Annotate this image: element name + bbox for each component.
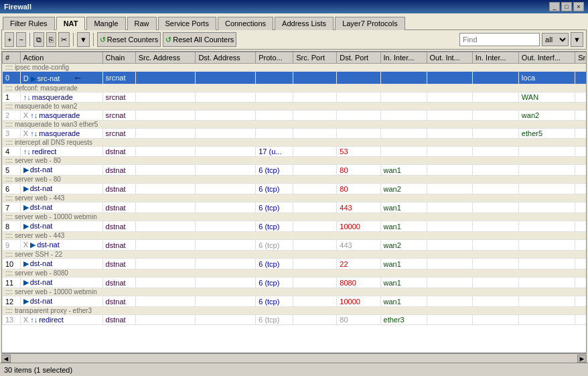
cut-button[interactable]: ✂ (58, 32, 70, 47)
reset-counters-button[interactable]: ↺ Reset Counters (97, 32, 161, 47)
add-button[interactable]: + (5, 32, 14, 47)
cell-chain: dstnat (102, 259, 135, 269)
cell-dst-port: 8080 (337, 277, 380, 288)
scroll-right-button[interactable]: ► (577, 355, 587, 363)
cell-chain: srcnat (102, 111, 135, 121)
table-row[interactable]: 3X ↑↓masqueradesrcnatether5 (3, 129, 587, 139)
col-dst-port[interactable]: Dst. Port (337, 52, 380, 64)
col-src-address[interactable]: Src. Address (135, 52, 196, 64)
minimize-button[interactable]: _ (549, 2, 560, 11)
table-row[interactable]: 9X ▶dst-natdstnat6 (tcp)443wan2 (3, 240, 587, 251)
col-out-int[interactable]: Out. Int... (427, 52, 472, 64)
cell-proto: 6 (tcp) (256, 296, 293, 307)
comment-row: :::: server web - 80 (3, 157, 587, 165)
paste-button[interactable]: ⎘ (46, 32, 56, 47)
cell-extra (575, 240, 587, 251)
cell-extra (575, 92, 587, 103)
cell-src-address (135, 202, 196, 213)
cell-action: D ▶src-nat← (20, 72, 102, 84)
tab-layer7[interactable]: Layer7 Protocols (335, 17, 405, 30)
tab-connections[interactable]: Connections (218, 17, 273, 30)
cell-in-inter (380, 92, 427, 103)
cell-in-inter2 (472, 111, 518, 121)
comment-row: :::: server web - 10000 webmin (3, 288, 587, 296)
table-container[interactable]: # Action Chain Src. Address Dst. Address… (1, 51, 587, 353)
cell-in-inter2 (472, 147, 518, 157)
table-row[interactable]: 4↑↓redirectdstnat17 (u...53 (3, 147, 587, 157)
tab-service-ports[interactable]: Service Ports (158, 17, 216, 30)
cell-out-interf (518, 165, 575, 176)
cell-src-address (135, 259, 196, 269)
col-in-inter2[interactable]: In. Inter... (472, 52, 518, 64)
cell-action: ▶dst-nat (20, 165, 102, 176)
col-dst-address[interactable]: Dst. Address (196, 52, 256, 64)
cell-out-interf (518, 277, 575, 288)
table-row[interactable]: 7▶dst-natdstnat6 (tcp)443wan1 (3, 202, 587, 213)
cell-src-address (135, 240, 196, 251)
cell-src-port (293, 92, 337, 103)
table-row[interactable]: 0D ▶src-nat←srcnatloca (3, 72, 587, 84)
tab-filter-rules[interactable]: Filter Rules (3, 17, 55, 30)
cell-src-port (293, 221, 337, 232)
reset-all-counters-button[interactable]: ↺ Reset All Counters (163, 32, 236, 47)
cell-src-port (293, 296, 337, 307)
tab-address-lists[interactable]: Address Lists (275, 17, 334, 30)
cell-src-port (293, 277, 337, 288)
col-chain[interactable]: Chain (102, 52, 135, 64)
nat-table: # Action Chain Src. Address Dst. Address… (2, 52, 587, 325)
close-button[interactable]: × (573, 2, 584, 11)
horizontal-scrollbar[interactable] (11, 355, 577, 363)
col-in-inter[interactable]: In. Inter... (380, 52, 427, 64)
cell-proto (256, 111, 293, 121)
col-action[interactable]: Action (20, 52, 102, 64)
copy-button[interactable]: ⧉ (33, 32, 44, 47)
table-row[interactable]: 13X ↑↓redirectdstnat6 (tcp)80ether3 (3, 315, 587, 325)
tab-raw[interactable]: Raw (127, 17, 157, 30)
table-row[interactable]: 8▶dst-natdstnat6 (tcp)10000wan1 (3, 221, 587, 232)
cell-in-inter2 (472, 202, 518, 213)
cell-in-inter (380, 129, 427, 139)
tab-nat[interactable]: NAT (56, 17, 86, 30)
cell-num: 6 (3, 184, 21, 194)
cell-out-interf: WAN (518, 92, 575, 103)
search-type-dropdown[interactable]: all (542, 33, 569, 46)
cell-out-interf (518, 315, 575, 325)
table-row[interactable]: 5▶dst-natdstnat6 (tcp)80wan1 (3, 165, 587, 176)
scroll-left-button[interactable]: ◄ (1, 355, 11, 363)
cell-chain: dstnat (102, 147, 135, 157)
cell-src-address (135, 296, 196, 307)
cell-extra (575, 221, 587, 232)
maximize-button[interactable]: □ (561, 2, 572, 11)
cell-dst-address (196, 147, 256, 157)
cell-dst-address (196, 111, 256, 121)
window-controls[interactable]: _ □ × (549, 2, 584, 11)
col-out-interf[interactable]: Out. Interf... (518, 52, 575, 64)
table-row[interactable]: 2X ↑↓masqueradesrcnatwan2 (3, 111, 587, 121)
col-proto[interactable]: Proto... (256, 52, 293, 64)
tab-mangle[interactable]: Mangle (86, 17, 125, 30)
cell-extra (575, 111, 587, 121)
search-input[interactable] (459, 33, 540, 46)
col-src-port[interactable]: Src. Port (293, 52, 337, 64)
dropdown-arrow-button[interactable]: ▼ (571, 32, 583, 47)
filter-button[interactable]: ▼ (77, 32, 90, 47)
cell-out-interf (518, 296, 575, 307)
cell-num: 2 (3, 111, 21, 121)
table-row[interactable]: 10▶dst-natdstnat6 (tcp)22wan1 (3, 259, 587, 269)
cell-out-int (427, 259, 472, 269)
remove-button[interactable]: − (16, 32, 25, 47)
cell-in-inter2 (472, 240, 518, 251)
cell-src-address (135, 165, 196, 176)
cell-dst-port (337, 129, 380, 139)
cell-num: 10 (3, 259, 21, 269)
table-row[interactable]: 12▶dst-natdstnat6 (tcp)10000wan1 (3, 296, 587, 307)
table-row[interactable]: 11▶dst-natdstnat6 (tcp)8080wan1 (3, 277, 587, 288)
cell-dst-port (337, 92, 380, 103)
cell-in-inter (380, 147, 427, 157)
cell-num: 7 (3, 202, 21, 213)
cell-in-inter: wan1 (380, 259, 427, 269)
cell-dst-address (196, 259, 256, 269)
table-row[interactable]: 6▶dst-natdstnat6 (tcp)80wan2 (3, 184, 587, 194)
col-src[interactable]: Src... (575, 52, 587, 64)
table-row[interactable]: 1↑↓masqueradesrcnatWAN (3, 92, 587, 103)
